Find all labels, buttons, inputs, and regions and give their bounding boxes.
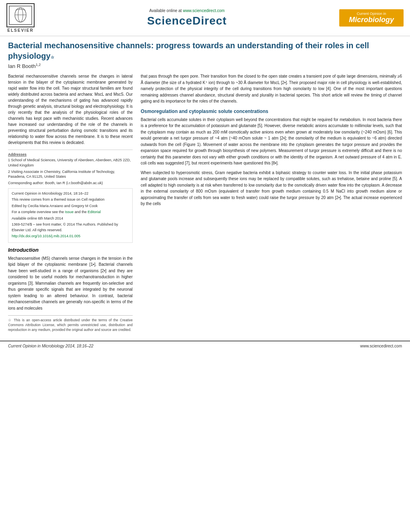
right-para-1: that pass through the open pore. Their t… bbox=[141, 73, 402, 105]
elsevier-name: ELSEVIER bbox=[7, 28, 33, 33]
edited-by: Edited by Cecilia Maria Arraiano and Gre… bbox=[12, 203, 129, 209]
elsevier-logo: ELSEVIER bbox=[6, 3, 35, 33]
osmo-heading: Osmoregulation and cytoplasmic solute co… bbox=[141, 109, 402, 114]
introduction-text: Mechanosensitive (MS) channels sense cha… bbox=[8, 255, 133, 312]
article-author: Ian R Booth1,2 bbox=[8, 63, 402, 69]
osmo-para-2: When subjected to hyperosmotic stress, G… bbox=[141, 170, 402, 207]
osmo-para-1: Bacterial cells accumulate solutes in th… bbox=[141, 117, 402, 166]
page-footer: Current Opinion in Microbiology 2014, 18… bbox=[0, 341, 410, 351]
issue-link[interactable]: Issue bbox=[65, 210, 74, 214]
footer-website: www.sciencedirect.com bbox=[360, 344, 402, 348]
editorial-link[interactable]: Editorial bbox=[88, 210, 101, 214]
article-title: Bacterial mechanosensitive channels: pro… bbox=[8, 40, 402, 61]
journal-info: Current Opinion in Microbiology 2014, 18… bbox=[12, 191, 129, 197]
theme-info: This review comes from a themed issue on… bbox=[12, 197, 129, 203]
introduction-heading: Introduction bbox=[8, 247, 133, 253]
doi-link: http://dx.doi.org/10.1016/j.mib.2014.01.… bbox=[12, 234, 129, 239]
address-1: 1 School of Medical Sciences, University… bbox=[8, 158, 133, 168]
addresses-section: Addresses 1 School of Medical Sciences, … bbox=[8, 152, 133, 185]
address-2: 2 Visiting Associate in Chemistry, Calif… bbox=[8, 169, 133, 179]
overview-info: For a complete overview see the Issue an… bbox=[12, 210, 129, 215]
footnote-text: ☆ This is an open-access article distrib… bbox=[8, 318, 133, 333]
footnote-section: ☆ This is an open-access article distrib… bbox=[8, 315, 133, 333]
elsevier-logo-box bbox=[6, 3, 35, 27]
doi-anchor[interactable]: http://dx.doi.org/10.1016/j.mib.2014.01.… bbox=[12, 234, 80, 238]
main-content: Bacterial mechanosensitive channels: pro… bbox=[0, 36, 410, 337]
footer-journal: Current Opinion in Microbiology 2014, 18… bbox=[8, 344, 93, 348]
journal-badge: Current Opinion in Microbiology bbox=[339, 9, 404, 27]
badge-top-text: Current Opinion in bbox=[343, 12, 400, 16]
badge-main-text: Microbiology bbox=[343, 16, 400, 25]
header-center: Available online at www.sciencedirect.co… bbox=[35, 8, 339, 27]
corresponding-author: Corresponding author: Booth, Ian R (i.r.… bbox=[8, 181, 133, 185]
website-link[interactable]: www.sciencedirect.com bbox=[183, 8, 225, 13]
two-column-layout: Bacterial mechanosensitive channels sens… bbox=[8, 73, 402, 333]
abstract-text: Bacterial mechanosensitive channels sens… bbox=[8, 73, 133, 146]
divider-1 bbox=[8, 150, 133, 150]
left-column: Bacterial mechanosensitive channels sens… bbox=[8, 73, 133, 333]
right-column: that pass through the open pore. Their t… bbox=[141, 73, 402, 333]
author-superscript: 1,2 bbox=[36, 63, 41, 67]
addresses-label: Addresses bbox=[8, 152, 133, 156]
available-info: Available online 6th March 2014 bbox=[12, 216, 129, 222]
sciencedirect-title: ScienceDirect bbox=[35, 14, 339, 27]
available-online-text: Available online at www.sciencedirect.co… bbox=[35, 8, 339, 13]
footnote-star: ☆ bbox=[8, 318, 14, 322]
rights-info: 1369-5274/$ – see front matter, © 2014 T… bbox=[12, 222, 129, 233]
svg-rect-0 bbox=[9, 6, 32, 25]
info-box: Current Opinion in Microbiology 2014, 18… bbox=[8, 188, 133, 243]
page-header: ELSEVIER Available online at www.science… bbox=[0, 0, 410, 36]
